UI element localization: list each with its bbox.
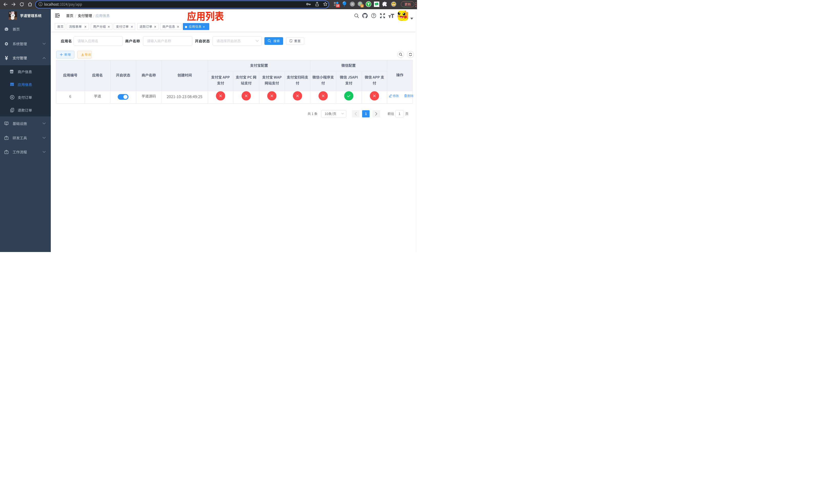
svg-text:10: 10 [336, 4, 339, 7]
svg-text:1: 1 [361, 5, 363, 7]
svg-text:⌘: ⌘ [351, 2, 354, 6]
